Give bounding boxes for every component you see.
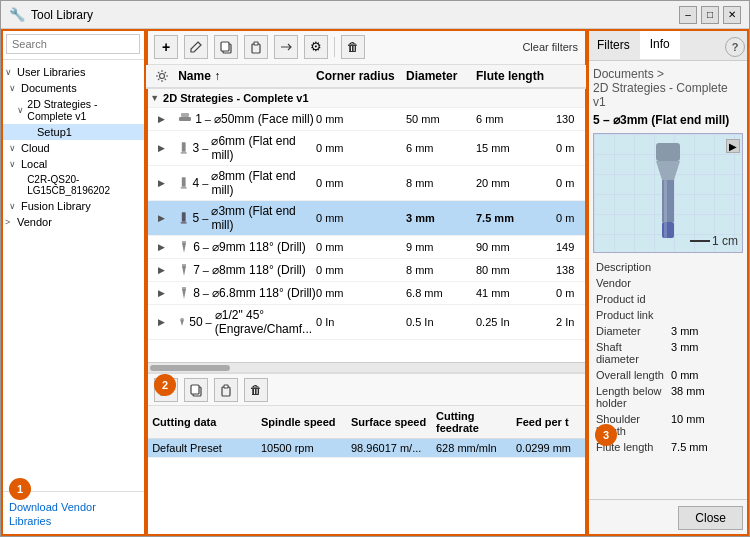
group-header-row[interactable]: ▼ 2D Strategies - Complete v1: [146, 89, 586, 108]
table-row[interactable]: ▶ 3 – ⌀6mm (Flat end mill) 0 mm 6 mm 15 …: [146, 131, 586, 166]
tab-info[interactable]: Info: [640, 31, 680, 59]
download-vendor-link[interactable]: Download Vendor Libraries: [9, 501, 96, 527]
cutting-data-row[interactable]: Default Preset 10500 rpm 98.96017 m/... …: [146, 439, 586, 458]
row-expand-4: ▶: [146, 178, 178, 188]
face-mill-icon: [178, 111, 192, 127]
tool-name-50: 50 – ⌀1/2" 45° (Engrave/Chamf...: [178, 308, 316, 336]
diameter-col-header[interactable]: Diameter: [406, 69, 476, 83]
delete-cutting-button[interactable]: 🗑: [244, 378, 268, 402]
tree-item-documents[interactable]: ∨ Documents: [1, 80, 145, 96]
minimize-button[interactable]: –: [679, 6, 697, 24]
extra-1: 130: [556, 113, 586, 125]
corner-radius-col-header[interactable]: Corner radius: [316, 69, 406, 83]
tool-name-3: 3 – ⌀6mm (Flat end mill): [178, 134, 316, 162]
flute-length-3: 15 mm: [476, 142, 556, 154]
tree-item-setup1[interactable]: Setup1: [1, 124, 145, 140]
tree-item-vendor[interactable]: > Vendor: [1, 214, 145, 230]
row-expand-8: ▶: [146, 288, 178, 298]
toggle-user-libraries: ∨: [5, 67, 17, 77]
horizontal-scrollbar[interactable]: [146, 362, 586, 372]
svg-rect-25: [656, 143, 680, 161]
help-button[interactable]: ?: [725, 37, 745, 57]
property-row: Product id: [593, 291, 743, 307]
svg-rect-29: [664, 180, 667, 238]
property-name: Overall length: [593, 367, 668, 383]
svg-point-4: [160, 74, 165, 79]
right-panel-badge: 3: [595, 424, 617, 446]
tree-item-cloud[interactable]: ∨ Cloud: [1, 140, 145, 156]
tool-name-8: 8 – ⌀6.8mm 118° (Drill): [178, 285, 316, 301]
close-window-button[interactable]: ✕: [723, 6, 741, 24]
property-name: Product link: [593, 307, 668, 323]
property-row: Flute length7.5 mm: [593, 439, 743, 455]
main-content: ∨ User Libraries ∨ Documents ∨ 2D Strate…: [1, 29, 749, 536]
tree-item-2d-strategies[interactable]: ∨ 2D Strategies - Complete v1: [1, 96, 145, 124]
diameter-3: 6 mm: [406, 142, 476, 154]
svg-rect-16: [182, 264, 186, 266]
paste-tool-button[interactable]: [244, 35, 268, 59]
scroll-thumb[interactable]: [150, 365, 230, 371]
tree-item-local[interactable]: ∨ Local: [1, 156, 145, 172]
bottom-toolbar: 🗑: [146, 372, 586, 406]
edit-tool-button[interactable]: [184, 35, 208, 59]
extra-50: 2 In: [556, 316, 586, 328]
flute-length-50: 0.25 In: [476, 316, 556, 328]
tab-filters[interactable]: Filters: [587, 32, 640, 58]
property-name: Description: [593, 259, 668, 275]
svg-rect-20: [181, 318, 184, 319]
table-row-selected[interactable]: ▶ 5 – ⌀3mm (Flat end mill) 0 mm 3 mm 7.5…: [146, 201, 586, 236]
settings-tool-button[interactable]: ⚙: [304, 35, 328, 59]
copy-tool-button[interactable]: [214, 35, 238, 59]
table-row[interactable]: ▶ 6 – ⌀9mm 118° (Drill) 0 mm 9 mm 90 mm …: [146, 236, 586, 259]
add-tool-button[interactable]: +: [154, 35, 178, 59]
property-value: 38 mm: [668, 383, 743, 411]
svg-marker-15: [182, 266, 186, 276]
left-panel: ∨ User Libraries ∨ Documents ∨ 2D Strate…: [1, 29, 146, 536]
flute-length-col-header[interactable]: Flute length: [476, 69, 556, 83]
tool-name-1: 1 – ⌀50mm (Face mill): [178, 111, 316, 127]
toggle-local: ∨: [9, 159, 21, 169]
property-name: Length below holder: [593, 383, 668, 411]
row-expand-1: ▶: [146, 114, 178, 124]
svg-rect-24: [224, 385, 228, 388]
clear-filters-button[interactable]: Clear filters: [522, 41, 578, 53]
move-tool-button[interactable]: [274, 35, 298, 59]
search-input[interactable]: [6, 34, 140, 54]
flute-length-7: 80 mm: [476, 264, 556, 276]
paste-cutting-button[interactable]: [214, 378, 238, 402]
table-row[interactable]: ▶ 1 – ⌀50mm (Face mill) 0 mm 50 mm 6 mm …: [146, 108, 586, 131]
toggle-2d-strategies: ∨: [17, 105, 27, 115]
properties-table: DescriptionVendorProduct idProduct linkD…: [593, 259, 743, 455]
corner-radius-4: 0 mm: [316, 177, 406, 189]
table-header: Name ↑ Corner radius Diameter Flute leng…: [146, 65, 586, 89]
row-expand-3: ▶: [146, 143, 178, 153]
surface-speed-col-header: Surface speed: [351, 416, 436, 428]
table-row[interactable]: ▶ 8 – ⌀6.8mm 118° (Drill) 0 mm 6.8 mm 41…: [146, 282, 586, 305]
row-expand-7: ▶: [146, 265, 178, 275]
corner-radius-8: 0 mm: [316, 287, 406, 299]
copy-cutting-button[interactable]: [184, 378, 208, 402]
title-bar-left: 🔧 Tool Library: [9, 7, 93, 22]
maximize-button[interactable]: □: [701, 6, 719, 24]
close-button[interactable]: Close: [678, 506, 743, 530]
table-row[interactable]: ▶ 7 – ⌀8mm 118° (Drill) 0 mm 8 mm 80 mm …: [146, 259, 586, 282]
tree-item-c2r[interactable]: C2R-QS20-LG15CB_8196202: [1, 172, 145, 198]
table-row[interactable]: ▶ 50 – ⌀1/2" 45° (Engrave/Chamf... 0 In …: [146, 305, 586, 340]
right-panel-footer: Close: [587, 499, 749, 536]
spindle-speed-value: 10500 rpm: [261, 442, 351, 454]
diameter-7: 8 mm: [406, 264, 476, 276]
expand-preview-button[interactable]: ▶: [726, 139, 740, 153]
property-value: [668, 259, 743, 275]
tree-item-user-libraries[interactable]: ∨ User Libraries: [1, 64, 145, 80]
delete-tool-button[interactable]: 🗑: [341, 35, 365, 59]
cutting-table-header: Cutting data Spindle speed Surface speed…: [146, 406, 586, 439]
name-col-header[interactable]: Name ↑: [178, 69, 316, 83]
svg-rect-1: [221, 42, 229, 51]
end-mill-icon: [178, 210, 189, 226]
flute-length-1: 6 mm: [476, 113, 556, 125]
feed-per-value: 0.0299 mm: [516, 442, 586, 454]
table-row[interactable]: ▶ 4 – ⌀8mm (Flat end mill) 0 mm 8 mm 20 …: [146, 166, 586, 201]
svg-marker-26: [656, 161, 680, 180]
tree-item-fusion-library[interactable]: ∨ Fusion Library: [1, 198, 145, 214]
cutting-data-col-header: Cutting data: [146, 416, 261, 428]
